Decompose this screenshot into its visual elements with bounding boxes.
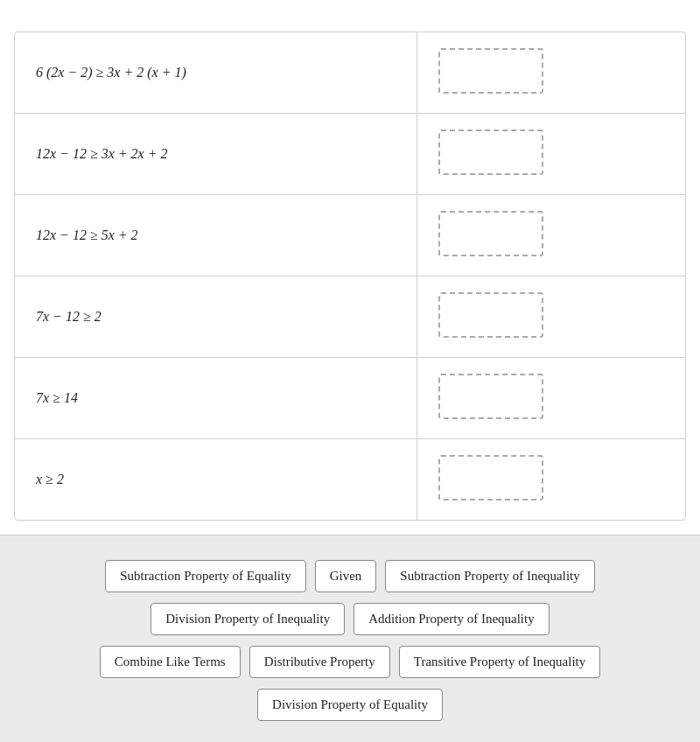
statement-cell: x ≥ 2	[15, 439, 417, 521]
table-row: 12x − 12 ≥ 5x + 2	[15, 195, 685, 276]
chip-division-inequality[interactable]: Division Property of Inequality	[150, 603, 345, 635]
chip-subtraction-equality[interactable]: Subtraction Property of Equality	[105, 560, 305, 592]
chips-row-1: Subtraction Property of EqualityGivenSub…	[26, 560, 674, 592]
chip-addition-inequality[interactable]: Addition Property of Inequality	[354, 603, 550, 635]
reason-cell[interactable]	[417, 276, 685, 358]
statement-cell: 12x − 12 ≥ 3x + 2x + 2	[15, 114, 417, 195]
chips-row-4: Division Property of Equality	[26, 689, 674, 721]
proof-table: 6 (2x − 2) ≥ 3x + 2 (x + 1)12x − 12 ≥ 3x…	[15, 32, 685, 520]
reason-cell[interactable]	[417, 358, 685, 439]
table-row: 6 (2x − 2) ≥ 3x + 2 (x + 1)	[15, 32, 685, 114]
proof-table-container: 6 (2x − 2) ≥ 3x + 2 (x + 1)12x − 12 ≥ 3x…	[14, 32, 686, 521]
table-row: 12x − 12 ≥ 3x + 2x + 2	[15, 114, 685, 195]
reason-cell[interactable]	[417, 439, 685, 521]
reason-drop-zone[interactable]	[438, 130, 543, 175]
statement-cell: 12x − 12 ≥ 5x + 2	[15, 195, 417, 276]
chips-row-3: Combine Like TermsDistributive PropertyT…	[26, 646, 674, 678]
answer-bank: Subtraction Property of EqualityGivenSub…	[0, 535, 700, 742]
reason-cell[interactable]	[417, 32, 685, 114]
chip-transitive-inequality[interactable]: Transitive Property of Inequality	[399, 646, 601, 678]
chip-division-equality[interactable]: Division Property of Equality	[257, 689, 443, 721]
statement-cell: 7x ≥ 14	[15, 358, 417, 439]
reason-drop-zone[interactable]	[438, 455, 543, 500]
reason-drop-zone[interactable]	[438, 211, 543, 256]
table-row: 7x ≥ 14	[15, 358, 685, 439]
chip-distributive[interactable]: Distributive Property	[249, 646, 390, 678]
table-row: x ≥ 2	[15, 439, 685, 521]
reason-cell[interactable]	[417, 114, 685, 195]
chip-given[interactable]: Given	[315, 560, 377, 592]
chips-row-2: Division Property of InequalityAddition …	[26, 603, 674, 635]
reason-drop-zone[interactable]	[438, 374, 543, 419]
table-row: 7x − 12 ≥ 2	[15, 276, 685, 358]
reason-cell[interactable]	[417, 195, 685, 276]
statement-cell: 7x − 12 ≥ 2	[15, 276, 417, 358]
reason-drop-zone[interactable]	[438, 292, 543, 338]
chip-combine-like-terms[interactable]: Combine Like Terms	[100, 646, 241, 678]
header-section	[0, 0, 700, 32]
statement-cell: 6 (2x − 2) ≥ 3x + 2 (x + 1)	[15, 32, 417, 114]
reason-drop-zone[interactable]	[438, 48, 543, 94]
chip-subtraction-inequality[interactable]: Subtraction Property of Inequality	[385, 560, 594, 592]
